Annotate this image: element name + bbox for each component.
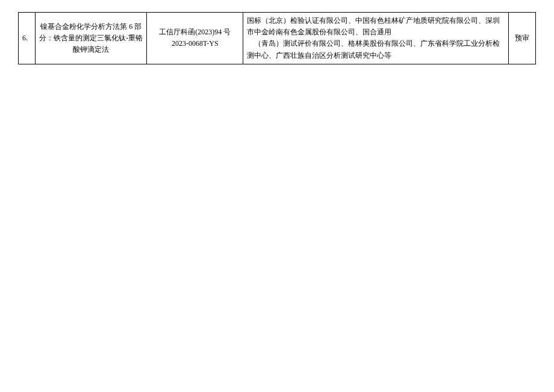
table-row: 6. 镍基合金粉化学分析方法第 6 部分：铁含量的测定三氯化钛-重铬酸钾滴定法 …	[19, 13, 536, 64]
row-reference: 工信厅科函(2023)94 号 2023-0068T-YS	[159, 28, 231, 48]
row-organizations-line1: 国标（北京）检验认证有限公司、中国有色桂林矿产地质研究院有限公司、深圳市中金岭南…	[247, 16, 500, 36]
row-title: 镍基合金粉化学分析方法第 6 部分：铁含量的测定三氯化钛-重铬酸钾滴定法	[39, 22, 143, 54]
row-index: 6.	[22, 34, 28, 42]
row-organizations-cell: 国标（北京）检验认证有限公司、中国有色桂林矿产地质研究院有限公司、深圳市中金岭南…	[243, 13, 509, 64]
row-title-cell: 镍基合金粉化学分析方法第 6 部分：铁含量的测定三氯化钛-重铬酸钾滴定法	[36, 13, 147, 64]
row-reference-cell: 工信厅科函(2023)94 号 2023-0068T-YS	[147, 13, 243, 64]
row-status: 预审	[515, 34, 529, 42]
row-status-cell: 预审	[508, 13, 535, 64]
row-organizations-line2: （青岛）测试评价有限公司、格林美股份有限公司、广东省科学院工业分析检测中心、广西…	[247, 38, 505, 61]
row-index-cell: 6.	[19, 13, 36, 64]
document-table: 6. 镍基合金粉化学分析方法第 6 部分：铁含量的测定三氯化钛-重铬酸钾滴定法 …	[18, 12, 536, 64]
